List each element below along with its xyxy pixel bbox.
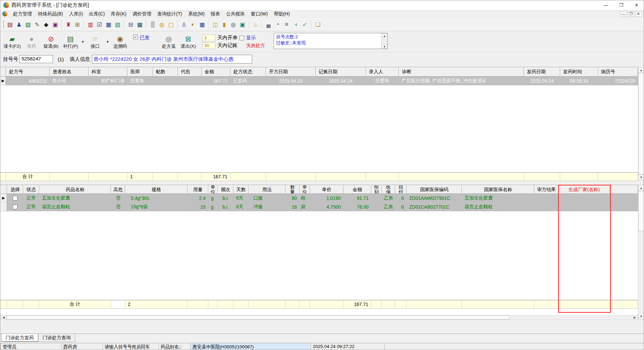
bell-icon[interactable]: ◍	[158, 20, 166, 29]
col-doses[interactable]: 帖数	[153, 67, 178, 77]
thermometer-icon[interactable]: ▮	[220, 20, 228, 29]
col-dispense-time[interactable]: 发药时间	[560, 67, 598, 77]
card-check-icon[interactable]: ▧	[24, 20, 32, 29]
printer-gray-icon[interactable]: ▄	[264, 20, 273, 29]
sent-checkbox[interactable]: ✓	[133, 35, 138, 39]
check-doc-icon[interactable]: ✓	[301, 20, 309, 29]
col-days[interactable]: 天数	[233, 185, 249, 194]
scroll-up-icon[interactable]: ▲	[638, 67, 644, 73]
mdi-minimize-button[interactable]: —	[620, 11, 627, 17]
flask-icon[interactable]: ♨	[251, 20, 260, 29]
menu-help[interactable]: 帮助(H)	[271, 10, 292, 18]
monitor-grid-icon[interactable]: ▩	[136, 20, 144, 29]
menu-reports[interactable]: 报表	[208, 10, 223, 18]
col-dose-unit[interactable]: 单 位	[208, 185, 218, 194]
read-card-button[interactable]: ▰ 读卡(F2)	[2, 31, 22, 52]
col-select[interactable]: 选择	[7, 185, 23, 194]
minimize-button[interactable]: —	[598, 0, 613, 10]
col-line-amount[interactable]: 金额	[343, 185, 371, 194]
grid-dots-icon[interactable]: ▒	[149, 20, 157, 29]
doc-blue-icon[interactable]: ▦	[104, 20, 113, 29]
tab-outpatient-dispense[interactable]: 门诊处方发药	[1, 334, 38, 342]
ink-bottle-icon[interactable]: ◆	[42, 20, 50, 29]
separator[interactable]	[208, 20, 209, 29]
separator[interactable]	[249, 20, 249, 29]
prescription-grid-vscrollbar[interactable]: ▲ ▼	[638, 67, 644, 180]
menu-outbound[interactable]: 出库(C)	[86, 10, 108, 18]
infobox-scroll-up-icon[interactable]: ▲	[382, 33, 387, 38]
col-review-result[interactable]: 审方结果	[534, 185, 558, 194]
interface-dropdown-arrow[interactable]: ▼	[105, 31, 110, 52]
col-self-pay[interactable]: 自 付	[395, 185, 407, 194]
col-insurance[interactable]: 医 保	[382, 185, 395, 194]
book-icon[interactable]: ❏	[314, 20, 322, 29]
reprint-dropdown-arrow[interactable]: ▼	[80, 31, 86, 52]
col-manufacturer[interactable]: 生成厂家(名称)	[558, 185, 610, 194]
magnifier-icon[interactable]: ◔	[273, 20, 282, 29]
menu-price-adjust[interactable]: 调价管理	[129, 10, 154, 18]
clipboard-red-icon[interactable]: ▥	[86, 20, 95, 29]
row-select-checkbox[interactable]	[13, 196, 17, 201]
folder-clock-icon[interactable]: ⊞	[73, 20, 82, 29]
menu-inbound[interactable]: 入库(I)	[66, 10, 86, 18]
col-qty-unit[interactable]: 单 位	[300, 185, 310, 194]
col-frequency[interactable]: 频次	[218, 185, 233, 194]
separator[interactable]	[84, 20, 84, 29]
col-billing-date[interactable]: 记账日期	[316, 67, 366, 77]
col-department[interactable]: 科室	[89, 67, 127, 77]
row-select-checkbox[interactable]	[13, 205, 17, 209]
close-button[interactable]: ✕	[629, 0, 644, 10]
anchor-person-icon[interactable]: ♟	[15, 20, 23, 29]
days-account-input[interactable]: 30	[203, 42, 215, 49]
menu-query-stats[interactable]: 查询统计(T)	[154, 10, 185, 18]
drug-row[interactable]: ▶ 正常 五加生化胶囊 否 0.4g*30s 2.4 g b.i. 8天 口服 …	[0, 194, 638, 203]
restore-button[interactable]: ❐	[613, 0, 629, 10]
menu-common-modules[interactable]: 公共模块	[223, 10, 248, 18]
show-checkbox[interactable]	[239, 36, 244, 40]
search-icon[interactable]: ◎	[229, 20, 237, 29]
scroll-up-icon[interactable]: ▲	[638, 185, 644, 191]
col-status[interactable]: 状态	[23, 185, 39, 194]
col-patient-name[interactable]: 患者姓名	[50, 67, 89, 77]
tab-outpatient-query[interactable]: 门诊处方查询	[38, 334, 75, 342]
exit-button[interactable]: ⊠ 退出(X)	[178, 31, 198, 52]
col-dispense-date[interactable]: 发药日期	[524, 67, 560, 77]
interface-button[interactable]: ☞ 接口	[86, 31, 105, 52]
menu-inventory[interactable]: 库存(K)	[108, 10, 129, 18]
col-entry-person[interactable]: 录入人	[366, 67, 399, 77]
drug-row[interactable]: 正常 葆宫止血颗粒 否 15g*8袋 15 g b.i. 8天 冲服 16 袋 …	[0, 203, 638, 211]
reg-number-input[interactable]: 5258247	[19, 55, 53, 63]
separator[interactable]	[61, 20, 62, 29]
reprint-button[interactable]: ▤ 补打(P)	[61, 31, 80, 52]
col-unit-price[interactable]: 单价	[310, 185, 343, 194]
col-diagnosis[interactable]: 诊断	[399, 67, 524, 77]
doc-teal-icon[interactable]: ▣	[238, 20, 247, 29]
doc-green-icon[interactable]: ▧	[113, 20, 122, 29]
calculator-icon[interactable]: ⊟	[126, 20, 135, 29]
col-dose[interactable]: 用量	[187, 185, 208, 194]
drug-grid-vscrollbar[interactable]: ▲ ▼	[638, 185, 644, 319]
mdi-close-button[interactable]: ✕	[635, 11, 642, 17]
menu-window[interactable]: 窗口(W)	[248, 10, 271, 18]
col-physician[interactable]: 医师	[127, 67, 153, 77]
menu-system[interactable]: 系统(M)	[185, 10, 208, 18]
separator[interactable]	[124, 20, 124, 29]
user-red-icon[interactable]: ♜	[64, 20, 72, 29]
drug-grid-hscrollbar[interactable]: ◀ ▶	[0, 315, 638, 320]
col-issue-date[interactable]: 开方日期	[266, 67, 316, 77]
separator[interactable]	[146, 20, 147, 29]
col-high-risk[interactable]: 高危	[111, 185, 125, 194]
col-decoct[interactable]: 代煎	[178, 67, 202, 77]
col-rx-number[interactable]: 处方号	[6, 67, 50, 77]
suspect-return-button[interactable]: ⊘ 疑退(B)	[41, 31, 61, 52]
scroll-down-icon[interactable]: ▼	[638, 174, 644, 180]
clipboard-icon[interactable]: ▤	[6, 20, 14, 29]
col-rx-status[interactable]: 处方状态	[230, 67, 266, 77]
col-quantity[interactable]: 数 量	[285, 185, 300, 194]
col-usage[interactable]: 用法	[249, 185, 285, 194]
scroll-down-icon[interactable]: ▼	[638, 313, 644, 319]
separator[interactable]	[177, 20, 178, 29]
doc-edit-icon[interactable]: ✎	[33, 20, 41, 29]
calendar-blue-icon[interactable]: ▦	[198, 20, 206, 29]
scroll-right-icon[interactable]: ▶	[632, 315, 638, 319]
